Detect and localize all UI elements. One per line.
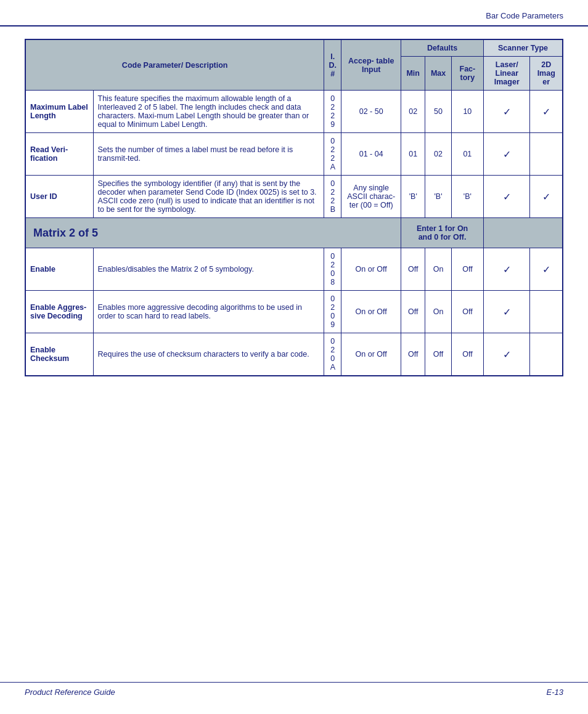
factory-read-veri: 01 — [451, 133, 483, 176]
id-user-id: 0 2 2 B — [324, 176, 341, 218]
factory-enable-aggr: Off — [451, 291, 483, 333]
2d-enable-checksum — [530, 333, 563, 376]
section-label-matrix: Matrix 2 of 5 — [25, 218, 401, 248]
desc-user-id: Specifies the symbology identifier (if a… — [93, 176, 324, 218]
table-row: Enable Checksum Requires the use of chec… — [25, 333, 563, 376]
param-name-max-label: Maximum Label Length — [25, 91, 93, 133]
desc-read-veri: Sets the number of times a label must be… — [93, 133, 324, 176]
min-user-id: 'B' — [401, 176, 425, 218]
main-table: Code Parameter/ Description I. D. # Acce… — [25, 39, 563, 376]
page-content: Code Parameter/ Description I. D. # Acce… — [0, 26, 588, 401]
id-enable-aggr: 0 2 0 9 — [324, 291, 341, 333]
param-name-enable-aggr: Enable Aggres-sive Decoding — [25, 291, 93, 333]
acceptable-user-id: Any single ASCII charac-ter (00 = Off) — [341, 176, 401, 218]
desc-enable-aggr: Enables more aggressive decoding algorit… — [93, 291, 324, 333]
max-enable-checksum: Off — [425, 333, 451, 376]
table-row: User ID Specifies the symbology identifi… — [25, 176, 563, 218]
id-max-label: 0 2 2 9 — [324, 91, 341, 133]
max-max-label: 50 — [425, 91, 451, 133]
col-code-param-header: Code Parameter/ Description — [25, 39, 324, 91]
col-min-header: Min — [401, 57, 425, 91]
param-name-read-veri: Read Veri-fication — [25, 133, 93, 176]
table-row: Enable Enables/disables the Matrix 2 of … — [25, 248, 563, 291]
footer-left: Product Reference Guide — [25, 688, 115, 697]
table-row: Maximum Label Length This feature specif… — [25, 91, 563, 133]
laser-read-veri: ✓ — [484, 133, 530, 176]
col-id-header: I. D. # — [324, 39, 341, 91]
col-max-header: Max — [425, 57, 451, 91]
2d-enable-aggr — [530, 291, 563, 333]
id-read-veri: 0 2 2 A — [324, 133, 341, 176]
max-user-id: 'B' — [425, 176, 451, 218]
min-enable-aggr: Off — [401, 291, 425, 333]
param-name-enable-checksum: Enable Checksum — [25, 333, 93, 376]
page-footer: Product Reference Guide E-13 — [0, 682, 588, 702]
table-row: Enable Aggres-sive Decoding Enables more… — [25, 291, 563, 333]
footer-right: E-13 — [547, 688, 563, 697]
2d-max-label: ✓ — [530, 91, 563, 133]
col-2d-header: 2D Imag er — [530, 57, 563, 91]
acceptable-enable-checksum: On or Off — [341, 333, 401, 376]
col-scanner-type-header: Scanner Type — [484, 39, 563, 57]
laser-user-id: ✓ — [484, 176, 530, 218]
param-name-user-id: User ID — [25, 176, 93, 218]
2d-read-veri — [530, 133, 563, 176]
page-header: Bar Code Parameters — [0, 0, 588, 26]
max-enable: On — [425, 248, 451, 291]
acceptable-enable-aggr: On or Off — [341, 291, 401, 333]
section-row-matrix: Matrix 2 of 5 Enter 1 for On and 0 for O… — [25, 218, 563, 248]
2d-user-id: ✓ — [530, 176, 563, 218]
acceptable-read-veri: 01 - 04 — [341, 133, 401, 176]
desc-enable: Enables/disables the Matrix 2 of 5 symbo… — [93, 248, 324, 291]
header-title: Bar Code Parameters — [486, 11, 563, 20]
min-max-label: 02 — [401, 91, 425, 133]
2d-enable: ✓ — [530, 248, 563, 291]
param-name-enable: Enable — [25, 248, 93, 291]
section-sub-matrix: Enter 1 for On and 0 for Off. — [401, 218, 484, 248]
factory-enable-checksum: Off — [451, 333, 483, 376]
col-defaults-header: Defaults — [401, 39, 484, 57]
acceptable-max-label: 02 - 50 — [341, 91, 401, 133]
table-row: Read Veri-fication Sets the number of ti… — [25, 133, 563, 176]
acceptable-enable: On or Off — [341, 248, 401, 291]
min-enable-checksum: Off — [401, 333, 425, 376]
col-acceptable-header: Accep- table Input — [341, 39, 401, 91]
max-read-veri: 02 — [425, 133, 451, 176]
desc-max-label: This feature specifies the maximum allow… — [93, 91, 324, 133]
laser-max-label: ✓ — [484, 91, 530, 133]
min-read-veri: 01 — [401, 133, 425, 176]
desc-enable-checksum: Requires the use of checksum characters … — [93, 333, 324, 376]
laser-enable: ✓ — [484, 248, 530, 291]
max-enable-aggr: On — [425, 291, 451, 333]
factory-enable: Off — [451, 248, 483, 291]
factory-user-id: 'B' — [451, 176, 483, 218]
laser-enable-checksum: ✓ — [484, 333, 530, 376]
col-laser-header: Laser/ Linear Imager — [484, 57, 530, 91]
id-enable-checksum: 0 2 0 A — [324, 333, 341, 376]
id-enable: 0 2 0 8 — [324, 248, 341, 291]
col-factory-header: Fac- tory — [451, 57, 483, 91]
min-enable: Off — [401, 248, 425, 291]
laser-enable-aggr: ✓ — [484, 291, 530, 333]
factory-max-label: 10 — [451, 91, 483, 133]
